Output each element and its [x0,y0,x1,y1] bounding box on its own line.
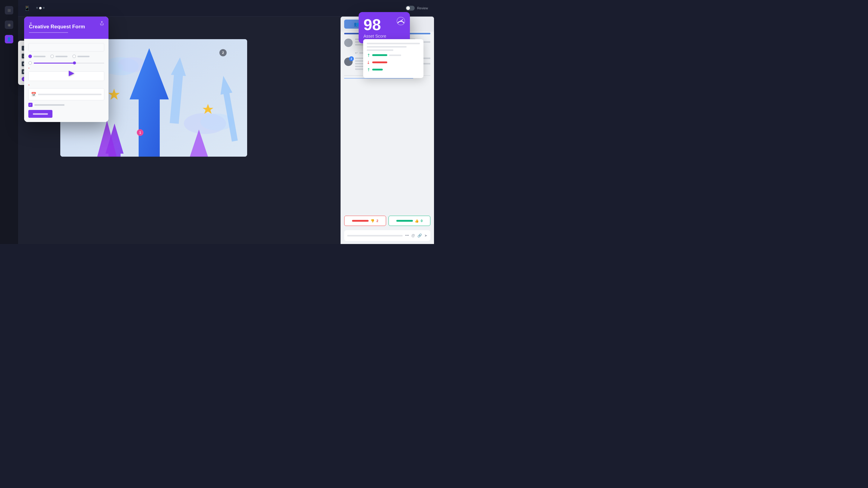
gauge-icon [396,16,406,26]
radio-option-1[interactable] [28,55,45,58]
negative-reaction-button[interactable]: 👎 2 [344,216,386,226]
radio-option-3[interactable] [72,55,90,58]
form-title: Creative Request Form [29,24,104,30]
reply-arrow: ↩ [355,51,358,55]
asset-score-number: 98 [364,17,381,33]
comment-badge-2: 2 [349,56,354,61]
submit-button[interactable] [28,110,53,118]
negative-fill [352,220,369,222]
svg-point-20 [400,21,401,22]
form-body: * * 📅 ✓ [24,39,108,122]
annotation-text-green [389,55,401,56]
form-card: × Creative Request Form [24,17,108,122]
form-field-1 [28,43,104,52]
annotation-row-red: ↘ [367,60,420,65]
text-area-field[interactable] [28,71,104,81]
arrow-up-icon: ↗ [366,52,372,58]
bottom-input-bar: ••• @ 🔗 ➤ [344,230,430,241]
send-icon[interactable]: ➤ [424,233,427,238]
agree-checkbox[interactable]: ✓ [28,103,33,107]
arrow-down-icon: ↘ [366,59,372,65]
slider-track[interactable] [34,63,104,64]
positive-fill [396,220,413,222]
positive-count: 0 [421,219,423,223]
asset-score-label: Asset Score [364,34,405,38]
checkbox-row: ✓ [28,103,104,107]
form-close-button[interactable]: × [28,20,34,26]
form-share-button[interactable] [99,20,105,26]
reaction-bar: 👎 2 👍 0 [344,216,430,226]
annotation-row-green: ↗ [367,53,420,58]
more-icon[interactable]: ••• [405,233,409,238]
review-toggle-area: Review [406,6,428,10]
commenter-avatar-2-wrap: 2 [344,58,352,71]
form-header: × Creative Request Form [24,17,108,39]
sidebar: ⊞ ◉ 👤 [0,0,18,244]
slider-fill [34,63,76,64]
blue-divider [344,78,413,78]
green-bar-2 [372,69,383,70]
annotation-popup: ↗ ↘ ↗ [363,39,424,78]
date-value [38,94,101,95]
radio-label-1 [33,56,45,57]
radio-circle-3 [72,55,76,58]
date-required: * [28,84,30,87]
slider-thumb [73,61,76,64]
dot-1 [36,7,38,9]
asset-score-card: 98 Asset Score [359,12,410,43]
dot-2 [39,7,41,9]
annotation-line-3 [367,50,393,51]
thumbs-up-icon: 👍 [415,219,419,223]
toggle-thumb [406,6,410,10]
commenter-avatar-1 [344,38,352,47]
date-picker-field[interactable]: 📅 [28,88,104,100]
svg-text:2: 2 [222,51,224,55]
radio-circle-1 [28,55,32,58]
negative-count: 2 [376,219,378,223]
date-label: * [28,84,104,87]
review-toggle-switch[interactable] [406,6,415,10]
cursor-pointer: ▶ [69,69,74,77]
link-icon[interactable]: 🔗 [417,233,422,238]
radio-group [28,55,104,58]
green-bar [372,54,387,56]
form-title-underline [29,32,68,33]
message-input[interactable] [347,235,403,236]
red-bar [372,61,387,63]
annotation-line-2 [367,46,407,47]
dot-3 [43,7,44,9]
arrow-up-icon-2: ↗ [366,67,372,73]
review-label: Review [417,6,428,10]
field-label-required: * [28,67,104,70]
mobile-icon: 📱 [24,5,30,11]
form-input-1[interactable] [28,43,104,52]
radio-label-3 [78,56,90,57]
positive-reaction-button[interactable]: 👍 0 [389,216,430,226]
thumbs-down-icon: 👎 [370,219,375,223]
slider-radio[interactable] [28,61,32,65]
annotation-row-green-2: ↗ [367,67,420,72]
required-asterisk: * [28,67,30,70]
pagination-dots [36,7,44,9]
radio-label-2 [56,56,67,57]
sidebar-icon-info[interactable]: ◉ [5,21,13,29]
calendar-icon: 📅 [31,92,36,97]
sidebar-icon-grid[interactable]: ⊞ [5,6,13,14]
at-icon[interactable]: @ [411,233,415,238]
annotation-line-1 [367,43,420,44]
radio-option-2[interactable] [50,55,67,58]
sidebar-icon-user[interactable]: 👤 [5,35,13,43]
user-tab-icon: 👥 [354,22,359,27]
radio-circle-2 [50,55,54,58]
submit-text [33,113,48,115]
svg-text:1: 1 [139,131,141,134]
slider-row [28,61,104,65]
checkbox-label [34,104,64,106]
